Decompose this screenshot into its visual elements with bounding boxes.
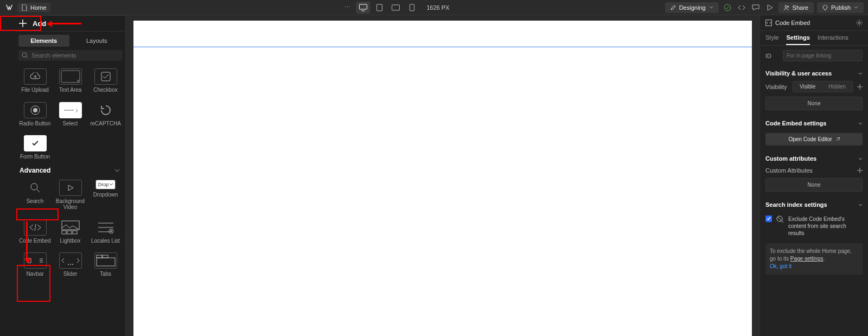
element-form-button[interactable]: Form Button (17, 133, 53, 163)
section-advanced-header[interactable]: Advanced (15, 163, 125, 177)
comments-icon[interactable] (750, 2, 761, 13)
topbar-right: Designing Share Publish (665, 2, 868, 13)
id-input[interactable] (783, 50, 863, 61)
element-select[interactable]: Select (53, 100, 88, 130)
visibility-conditions-empty[interactable]: None (765, 97, 863, 110)
element-locales-list[interactable]: Locales List (88, 217, 123, 248)
svg-point-5 (785, 5, 787, 8)
page-selector[interactable]: Home (17, 3, 50, 12)
preview-play-icon[interactable] (764, 2, 775, 13)
add-attribute-icon[interactable] (857, 168, 863, 173)
settings-gear-icon[interactable] (856, 20, 863, 26)
tab-settings[interactable]: Settings (786, 34, 809, 45)
elements-list: File Upload Text Area Checkbox Radio But… (15, 64, 125, 336)
tab-style[interactable]: Style (765, 34, 778, 45)
svg-point-22 (31, 183, 37, 190)
element-dropdown[interactable]: Drop Dropdown (88, 177, 123, 214)
svg-point-17 (22, 53, 27, 57)
visibility-toggle-row: Visibility Visible Hidden (760, 81, 868, 97)
seg-hidden[interactable]: Hidden (822, 81, 852, 92)
breakpoint-phone-button[interactable] (405, 2, 419, 14)
svg-rect-33 (103, 255, 108, 258)
element-text-area[interactable]: Text Area (53, 66, 88, 97)
app-logo[interactable] (5, 4, 13, 11)
custom-attributes-empty[interactable]: None (765, 178, 863, 192)
chevron-down-icon (114, 169, 120, 172)
breakpoint-desktop-button[interactable] (356, 2, 370, 14)
status-check-icon[interactable] (722, 2, 733, 13)
element-slider[interactable]: Slider (53, 250, 88, 281)
svg-rect-25 (67, 231, 72, 234)
svg-rect-3 (410, 4, 414, 11)
device-switcher: ⋯ 1626 PX (341, 2, 449, 14)
topbar-left: Home (0, 3, 126, 12)
checkbox-checked-icon[interactable] (765, 215, 772, 222)
plus-icon (18, 19, 27, 28)
seg-visible[interactable]: Visible (793, 81, 822, 92)
tab-layouts[interactable]: Layouts (72, 35, 123, 47)
svg-rect-26 (73, 231, 77, 234)
element-file-upload[interactable]: File Upload (17, 66, 53, 97)
pencil-icon (671, 5, 676, 10)
chevron-down-icon (858, 204, 863, 206)
visibility-label: Visibility (765, 84, 790, 90)
canvas-width-label[interactable]: 1626 PX (426, 4, 449, 11)
ok-got-it-link[interactable]: Ok, got it (770, 263, 792, 269)
chevron-down-icon (858, 157, 863, 160)
svg-point-30 (72, 264, 73, 265)
more-dots-icon[interactable]: ⋯ (341, 4, 354, 11)
svg-rect-24 (62, 231, 66, 234)
svg-rect-18 (61, 71, 80, 83)
exclude-from-search-row[interactable]: Exclude Code Embed's content from site s… (760, 212, 868, 240)
search-index-section-header[interactable]: Search index settings (760, 197, 868, 212)
external-link-icon (835, 137, 840, 142)
chevron-down-icon (709, 6, 713, 9)
element-checkbox[interactable]: Checkbox (88, 66, 123, 97)
element-lightbox[interactable]: Lightbox (53, 217, 88, 248)
custom-attributes-section-header[interactable]: Custom attributes (760, 151, 868, 166)
tab-elements[interactable]: Elements (18, 35, 69, 47)
visibility-section-header[interactable]: Visibility & user access (760, 66, 868, 81)
publish-button[interactable]: Publish (817, 2, 864, 13)
element-tabs[interactable]: Tabs (88, 250, 123, 281)
element-navbar[interactable]: Navbar (17, 250, 53, 281)
person-plus-icon (784, 5, 789, 10)
id-label: ID (765, 53, 780, 59)
add-visibility-icon[interactable] (857, 84, 863, 90)
selected-element-header: Code Embed (760, 15, 868, 31)
share-button[interactable]: Share (778, 2, 814, 13)
mode-switcher[interactable]: Designing (665, 2, 719, 13)
chevron-down-icon (858, 72, 863, 75)
code-icon[interactable] (736, 2, 747, 13)
visibility-segmented[interactable]: Visible Hidden (793, 81, 853, 92)
design-canvas[interactable] (133, 21, 752, 336)
svg-point-21 (33, 108, 37, 112)
svg-rect-19 (101, 72, 110, 81)
element-background-video[interactable]: Background Video (53, 177, 88, 214)
search-elements-input[interactable] (18, 50, 122, 61)
add-elements-panel: Add Elements Layouts File Upload Text Ar… (0, 15, 126, 336)
element-radio-button[interactable]: Radio Button (17, 100, 53, 130)
svg-point-29 (70, 264, 71, 265)
selected-element-outline (133, 47, 752, 47)
svg-rect-1 (376, 4, 382, 11)
dropdown-pill-icon: Drop (95, 180, 116, 189)
element-code-embed[interactable]: Code Embed (17, 217, 53, 248)
page-icon (22, 4, 27, 11)
breakpoint-tablet-button[interactable] (372, 2, 386, 14)
svg-rect-31 (97, 258, 115, 266)
page-settings-link[interactable]: Page settings (790, 256, 824, 262)
tab-interactions[interactable]: Interactions (818, 34, 848, 45)
code-embed-section-header[interactable]: Code Embed settings (760, 116, 868, 131)
search-field[interactable] (31, 52, 119, 59)
search-index-help: To exclude the whole Home page, go to it… (765, 243, 863, 275)
rocket-icon (822, 5, 828, 10)
search-icon (22, 52, 28, 59)
open-code-editor-button[interactable]: Open Code Editor (765, 133, 863, 145)
exclude-label: Exclude Code Embed's content from site s… (788, 215, 863, 237)
element-search[interactable]: Search (17, 177, 53, 214)
breakpoint-landscape-button[interactable] (388, 2, 403, 14)
add-panel-title: Add (33, 20, 46, 28)
element-recaptcha[interactable]: reCAPTCHA (88, 100, 123, 130)
svg-rect-2 (392, 5, 399, 10)
